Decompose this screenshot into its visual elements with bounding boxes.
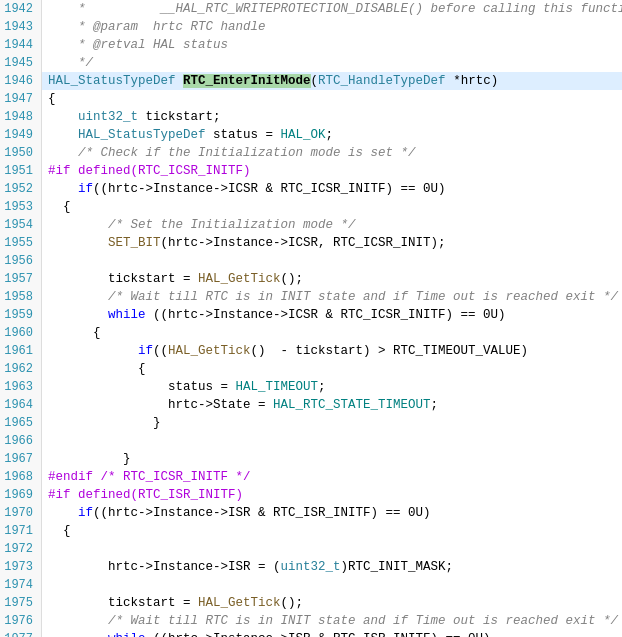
line-number: 1950 [0,144,42,162]
code-line: 1947{ [0,90,622,108]
code-line: 1949 HAL_StatusTypeDef status = HAL_OK; [0,126,622,144]
line-number: 1944 [0,36,42,54]
line-number: 1966 [0,432,42,450]
line-content: */ [42,54,622,72]
line-number: 1977 [0,630,42,637]
code-line: 1944 * @retval HAL status [0,36,622,54]
line-content: #if defined(RTC_ICSR_INITF) [42,162,622,180]
line-number: 1971 [0,522,42,540]
line-content: HAL_StatusTypeDef RTC_EnterInitMode(RTC_… [42,72,622,90]
code-line: 1942 * __HAL_RTC_WRITEPROTECTION_DISABLE… [0,0,622,18]
code-line: 1972 [0,540,622,558]
line-number: 1948 [0,108,42,126]
code-line: 1951#if defined(RTC_ICSR_INITF) [0,162,622,180]
line-content: if((HAL_GetTick() - tickstart) > RTC_TIM… [42,342,622,360]
line-number: 1972 [0,540,42,558]
code-line: 1973 hrtc->Instance->ISR = (uint32_t)RTC… [0,558,622,576]
code-container: 1942 * __HAL_RTC_WRITEPROTECTION_DISABLE… [0,0,622,637]
code-line: 1965 } [0,414,622,432]
line-number: 1947 [0,90,42,108]
code-line: 1962 { [0,360,622,378]
line-number: 1974 [0,576,42,594]
line-content: while ((hrtc->Instance->ICSR & RTC_ICSR_… [42,306,622,324]
line-number: 1949 [0,126,42,144]
line-number: 1956 [0,252,42,270]
code-line: 1971 { [0,522,622,540]
line-content: SET_BIT(hrtc->Instance->ICSR, RTC_ICSR_I… [42,234,622,252]
code-line: 1975 tickstart = HAL_GetTick(); [0,594,622,612]
line-content: #endif /* RTC_ICSR_INITF */ [42,468,622,486]
code-line: 1946HAL_StatusTypeDef RTC_EnterInitMode(… [0,72,622,90]
line-content: * @retval HAL status [42,36,622,54]
line-number: 1955 [0,234,42,252]
code-line: 1950 /* Check if the Initialization mode… [0,144,622,162]
line-number: 1952 [0,180,42,198]
line-number: 1965 [0,414,42,432]
line-content: } [42,450,622,468]
line-content: hrtc->State = HAL_RTC_STATE_TIMEOUT; [42,396,622,414]
code-line: 1948 uint32_t tickstart; [0,108,622,126]
line-content: while ((hrtc->Instance->ISR & RTC_ISR_IN… [42,630,622,637]
line-number: 1961 [0,342,42,360]
line-number: 1957 [0,270,42,288]
line-content: uint32_t tickstart; [42,108,622,126]
line-content: { [42,90,622,108]
line-content: /* Check if the Initialization mode is s… [42,144,622,162]
code-line: 1968#endif /* RTC_ICSR_INITF */ [0,468,622,486]
code-line: 1961 if((HAL_GetTick() - tickstart) > RT… [0,342,622,360]
line-number: 1959 [0,306,42,324]
line-content: HAL_StatusTypeDef status = HAL_OK; [42,126,622,144]
code-line: 1966 [0,432,622,450]
line-number: 1962 [0,360,42,378]
line-number: 1943 [0,18,42,36]
line-content: hrtc->Instance->ISR = (uint32_t)RTC_INIT… [42,558,622,576]
code-line: 1943 * @param hrtc RTC handle [0,18,622,36]
code-line: 1959 while ((hrtc->Instance->ICSR & RTC_… [0,306,622,324]
code-line: 1974 [0,576,622,594]
line-number: 1946 [0,72,42,90]
code-line: 1955 SET_BIT(hrtc->Instance->ICSR, RTC_I… [0,234,622,252]
code-line: 1958 /* Wait till RTC is in INIT state a… [0,288,622,306]
code-line: 1956 [0,252,622,270]
line-number: 1964 [0,396,42,414]
code-line: 1945 */ [0,54,622,72]
line-content: #if defined(RTC_ISR_INITF) [42,486,622,504]
line-content: { [42,522,622,540]
code-line: 1963 status = HAL_TIMEOUT; [0,378,622,396]
code-line: 1960 { [0,324,622,342]
code-line: 1953 { [0,198,622,216]
line-number: 1976 [0,612,42,630]
line-content: { [42,360,622,378]
line-content: { [42,324,622,342]
line-number: 1942 [0,0,42,18]
line-content: * __HAL_RTC_WRITEPROTECTION_DISABLE() be… [42,0,622,18]
line-number: 1970 [0,504,42,522]
code-line: 1957 tickstart = HAL_GetTick(); [0,270,622,288]
line-number: 1963 [0,378,42,396]
line-number: 1953 [0,198,42,216]
code-line: 1954 /* Set the Initialization mode */ [0,216,622,234]
line-content: if((hrtc->Instance->ICSR & RTC_ICSR_INIT… [42,180,622,198]
line-content: tickstart = HAL_GetTick(); [42,270,622,288]
line-content: { [42,198,622,216]
line-number: 1954 [0,216,42,234]
line-number: 1960 [0,324,42,342]
line-content: /* Wait till RTC is in INIT state and if… [42,612,622,630]
line-number: 1951 [0,162,42,180]
line-number: 1975 [0,594,42,612]
line-content: /* Set the Initialization mode */ [42,216,622,234]
line-content: tickstart = HAL_GetTick(); [42,594,622,612]
code-line: 1952 if((hrtc->Instance->ICSR & RTC_ICSR… [0,180,622,198]
line-content: /* Wait till RTC is in INIT state and if… [42,288,622,306]
line-number: 1958 [0,288,42,306]
code-line: 1977 while ((hrtc->Instance->ISR & RTC_I… [0,630,622,637]
code-line: 1967 } [0,450,622,468]
code-line: 1964 hrtc->State = HAL_RTC_STATE_TIMEOUT… [0,396,622,414]
line-number: 1967 [0,450,42,468]
line-content: status = HAL_TIMEOUT; [42,378,622,396]
line-number: 1968 [0,468,42,486]
line-number: 1973 [0,558,42,576]
line-content: if((hrtc->Instance->ISR & RTC_ISR_INITF)… [42,504,622,522]
line-content: * @param hrtc RTC handle [42,18,622,36]
line-number: 1969 [0,486,42,504]
